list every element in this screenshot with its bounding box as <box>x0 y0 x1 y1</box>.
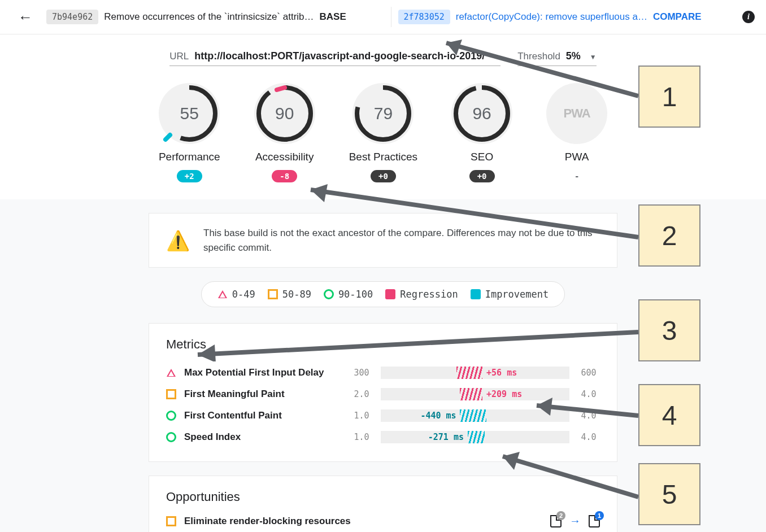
metric-name: Speed Index <box>184 431 342 443</box>
legend-regression: Regression <box>385 289 458 300</box>
base-report-icon[interactable]: 2 <box>550 515 562 527</box>
regression-swatch <box>385 289 395 299</box>
back-button[interactable]: ← <box>11 8 40 26</box>
gauge-best-practices[interactable]: 79Best Practices+0 <box>349 83 417 182</box>
annotation-2: 2 <box>638 204 700 267</box>
legend-mid: 50-89 <box>268 289 311 300</box>
legend-bad: 0-49 <box>217 289 255 300</box>
metric-min: 2.0 <box>350 389 373 399</box>
metric-delta: +209 ms <box>486 389 522 399</box>
gauge-label: PWA <box>565 151 589 163</box>
metric-symbol <box>166 368 176 378</box>
gauge-delta: +2 <box>177 170 202 182</box>
svg-line-4 <box>446 43 638 96</box>
metric-delta: -271 ms <box>428 432 464 442</box>
svg-line-6 <box>311 190 638 237</box>
arrow-right-icon: → <box>569 514 581 527</box>
svg-marker-7 <box>311 184 328 202</box>
metric-max: 600 <box>577 368 600 378</box>
metric-segment <box>456 367 483 379</box>
gauge-label: Best Practices <box>349 151 417 163</box>
square-icon <box>268 289 278 299</box>
metric-row[interactable]: Speed Index1.0-271 ms4.0 <box>166 426 600 448</box>
metric-delta: -440 ms <box>420 411 456 421</box>
compare-report-count: 1 <box>595 511 604 520</box>
metric-min: 1.0 <box>350 432 373 442</box>
metric-segment <box>468 431 485 443</box>
arrow-1 <box>429 34 644 107</box>
compare-label: COMPARE <box>653 11 702 23</box>
annotation-1: 1 <box>638 66 700 128</box>
metric-min: 1.0 <box>350 411 373 421</box>
compare-commit[interactable]: 2f783052 refactor(CopyCode): remove supe… <box>398 10 736 24</box>
topbar: ← 7b94e962 Remove occurrences of the `in… <box>0 0 766 34</box>
opportunity-symbol <box>166 516 176 526</box>
metric-name: First Contentful Paint <box>184 410 342 421</box>
gauge-circle: 90 <box>254 83 315 144</box>
svg-line-12 <box>503 456 638 497</box>
opportunity-row[interactable]: Eliminate render-blocking resources2→1 <box>166 514 600 527</box>
legend-improvement: Improvement <box>471 289 549 300</box>
gauge-label: Accessibility <box>255 151 314 163</box>
compare-hash: 2f783052 <box>398 10 450 24</box>
metric-bar: +56 ms <box>381 367 569 379</box>
base-message: Remove occurrences of the `intrinsicsize… <box>104 11 314 23</box>
arrow-2 <box>294 181 644 248</box>
metric-symbol <box>166 389 176 399</box>
metric-name: Max Potential First Input Delay <box>184 367 342 378</box>
legend: 0-49 50-89 90-100 Regression Improvement <box>201 281 565 307</box>
base-commit[interactable]: 7b94e962 Remove occurrences of the `intr… <box>46 10 384 24</box>
svg-line-8 <box>198 332 638 355</box>
triangle-icon <box>217 289 228 299</box>
gauge-circle: 79 <box>352 83 414 144</box>
svg-point-1 <box>259 88 311 139</box>
gauge-accessibility[interactable]: 90Accessibility-8 <box>254 83 315 182</box>
annotation-4: 4 <box>638 384 700 446</box>
metric-name: First Meaningful Paint <box>184 389 342 400</box>
svg-point-0 <box>163 88 215 139</box>
gauge-label: Performance <box>159 151 220 163</box>
svg-point-2 <box>357 88 409 139</box>
metric-bar: -271 ms <box>381 431 569 443</box>
improvement-swatch <box>471 289 481 299</box>
arrow-4 <box>520 395 644 429</box>
annotation-3: 3 <box>638 299 700 361</box>
metric-min: 300 <box>350 368 373 378</box>
circle-icon <box>324 289 334 299</box>
compare-message: refactor(CopyCode): remove superfluous a… <box>456 11 647 23</box>
metric-segment <box>460 388 482 400</box>
arrow-5 <box>486 446 644 503</box>
metric-delta: +56 ms <box>486 368 517 378</box>
arrow-3 <box>181 328 644 361</box>
svg-line-10 <box>537 405 638 416</box>
compare-report-icon[interactable]: 1 <box>589 515 600 527</box>
base-hash: 7b94e962 <box>46 10 98 24</box>
metric-segment <box>460 409 486 422</box>
warning-icon: ⚠️ <box>166 229 190 252</box>
metric-symbol <box>166 432 176 442</box>
base-label: BASE <box>320 11 346 23</box>
info-icon[interactable]: i <box>742 11 755 23</box>
gauge-label: SEO <box>471 151 493 163</box>
opportunity-name: Eliminate render-blocking resources <box>184 516 542 527</box>
annotation-5: 5 <box>638 463 700 525</box>
divider <box>391 7 391 27</box>
base-report-count: 2 <box>556 511 565 520</box>
gauge-circle: 55 <box>159 83 220 144</box>
metric-symbol <box>166 411 176 421</box>
svg-marker-11 <box>537 398 552 416</box>
metric-max: 4.0 <box>577 432 600 442</box>
gauge-performance[interactable]: 55Performance+2 <box>159 83 220 182</box>
legend-good: 90-100 <box>324 289 373 300</box>
metric-row[interactable]: Max Potential First Input Delay300+56 ms… <box>166 362 600 383</box>
url-label: URL <box>169 51 189 62</box>
